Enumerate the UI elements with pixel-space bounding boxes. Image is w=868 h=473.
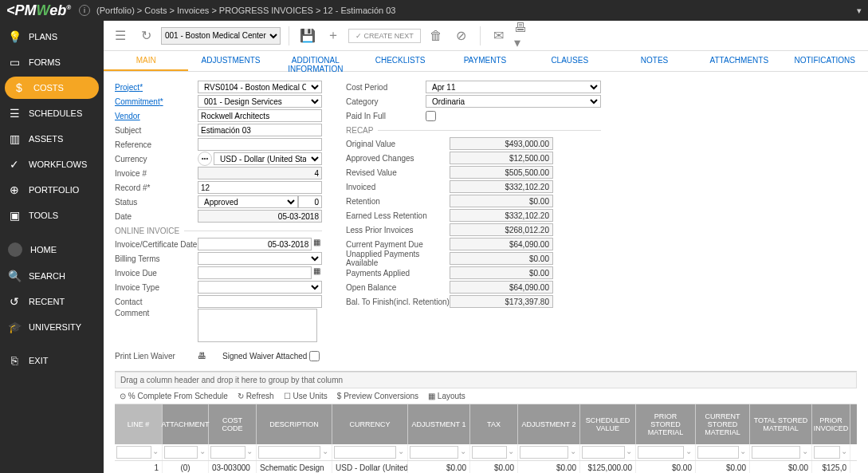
- info-icon[interactable]: i: [79, 5, 90, 16]
- filter-input[interactable]: [582, 446, 625, 459]
- filter-input[interactable]: [210, 446, 245, 459]
- tab-adjustments[interactable]: ADJUSTMENTS: [188, 51, 273, 71]
- col-prior-invoiced[interactable]: PRIOR INVOICED: [812, 404, 850, 444]
- filter-input[interactable]: [116, 446, 151, 459]
- sidebar-item-assets[interactable]: ▥ASSETS: [0, 126, 104, 152]
- preview-button[interactable]: $ Preview Conversions: [337, 392, 418, 400]
- comment-field[interactable]: [198, 309, 317, 342]
- filter-input[interactable]: [814, 446, 840, 459]
- funnel-icon[interactable]: ⌄: [507, 447, 516, 458]
- sidebar-item-recent[interactable]: ↺RECENT: [0, 289, 104, 314]
- pct-complete-button[interactable]: ⊙ % Complete From Schedule: [120, 392, 228, 400]
- col-total-stored[interactable]: TOTAL STORED MATERIAL: [750, 404, 812, 444]
- tab-main[interactable]: MAIN: [104, 51, 188, 71]
- col-attachment[interactable]: ATTACHMENT: [163, 404, 209, 444]
- calendar-icon[interactable]: ▦: [312, 266, 322, 279]
- refresh-button[interactable]: ↻ Refresh: [238, 392, 274, 400]
- sidebar-item-workflows[interactable]: ✓WORKFLOWS: [0, 152, 104, 177]
- funnel-icon[interactable]: ⌄: [568, 447, 578, 458]
- col-adj1[interactable]: ADJUSTMENT 1: [408, 404, 470, 444]
- create-next-button[interactable]: ✓ CREATE NEXT: [348, 29, 421, 43]
- invoice-cert-date-field[interactable]: [198, 238, 312, 250]
- sidebar-item-plans[interactable]: 💡PLANS: [0, 24, 104, 49]
- category-field[interactable]: Ordinaria: [426, 95, 601, 108]
- filter-input[interactable]: [752, 446, 800, 459]
- cost-period-field[interactable]: Apr 11: [426, 81, 601, 93]
- funnel-icon[interactable]: ⌄: [800, 447, 810, 458]
- sidebar-item-university[interactable]: 🎓UNIVERSITY: [0, 314, 104, 340]
- col-prior-stored[interactable]: PRIOR STORED MATERIAL: [636, 404, 696, 444]
- mail-icon[interactable]: ✉: [489, 26, 509, 46]
- add-icon[interactable]: ＋: [323, 26, 344, 46]
- col-scheduled[interactable]: SCHEDULED VALUE: [580, 404, 636, 444]
- invoice-type-field[interactable]: [198, 281, 322, 294]
- col-line[interactable]: LINE #: [115, 404, 163, 444]
- billing-terms-field[interactable]: [198, 252, 322, 265]
- tab-checklists[interactable]: CHECKLISTS: [358, 51, 442, 71]
- funnel-icon[interactable]: ⌄: [684, 447, 693, 458]
- funnel-icon[interactable]: ⌄: [245, 447, 254, 458]
- tab-payments[interactable]: PAYMENTS: [442, 51, 527, 71]
- sidebar-item-exit[interactable]: ⎘EXIT: [0, 348, 104, 373]
- project-field[interactable]: RVS0104 - Boston Medical Center: [198, 81, 322, 93]
- delete-icon[interactable]: 🗑: [426, 26, 446, 46]
- status-field[interactable]: Approved: [198, 195, 298, 208]
- funnel-icon[interactable]: ⌄: [739, 447, 748, 458]
- vendor-field[interactable]: [198, 109, 322, 122]
- funnel-icon[interactable]: ⌄: [198, 447, 206, 458]
- dropdown-icon[interactable]: ▾: [857, 6, 862, 16]
- currency-more-icon[interactable]: •••: [198, 152, 212, 166]
- sidebar-item-portfolio[interactable]: ⊕PORTFOLIO: [0, 177, 104, 203]
- list-toggle-icon[interactable]: ☰: [110, 26, 131, 46]
- refresh-icon[interactable]: ↻: [136, 26, 156, 46]
- project-selector[interactable]: 001 - Boston Medical Center - Rocky: [161, 27, 281, 45]
- currency-field[interactable]: USD - Dollar (United States of America): [214, 152, 322, 165]
- funnel-icon[interactable]: ⌄: [151, 447, 160, 458]
- layouts-button[interactable]: ▦ Layouts: [428, 392, 465, 400]
- label-project[interactable]: Project: [115, 83, 198, 92]
- contact-field[interactable]: [198, 295, 322, 308]
- funnel-icon[interactable]: ⌄: [458, 447, 468, 458]
- sidebar-item-costs[interactable]: $COSTS: [5, 77, 99, 99]
- save-icon[interactable]: 💾: [297, 26, 318, 46]
- sidebar-item-search[interactable]: 🔍SEARCH: [0, 263, 104, 289]
- tab-notifications[interactable]: NOTIFICATIONS: [782, 51, 868, 71]
- funnel-icon[interactable]: ⌄: [625, 447, 634, 458]
- paid-in-full-checkbox[interactable]: [426, 111, 436, 121]
- col-currency[interactable]: CURRENCY: [332, 404, 408, 444]
- funnel-icon[interactable]: ⌄: [840, 447, 848, 458]
- tab-clauses[interactable]: CLAUSES: [528, 51, 612, 71]
- table-row[interactable]: 1 (0) 03-003000 Schematic Design USD - D…: [115, 461, 857, 473]
- filter-input[interactable]: [697, 446, 739, 459]
- filter-input[interactable]: [334, 446, 396, 459]
- filter-input[interactable]: [410, 446, 458, 459]
- sidebar-item-home[interactable]: HOME: [0, 236, 104, 263]
- reference-field[interactable]: [198, 138, 322, 151]
- col-description[interactable]: DESCRIPTION: [257, 404, 332, 444]
- subject-field[interactable]: [198, 124, 322, 136]
- label-vendor[interactable]: Vendor: [115, 112, 198, 120]
- tab-additional-info[interactable]: ADDITIONAL INFORMATION: [273, 51, 358, 71]
- funnel-icon[interactable]: ⌄: [320, 447, 330, 458]
- filter-input[interactable]: [472, 446, 507, 459]
- col-cost-code[interactable]: COST CODE: [209, 404, 257, 444]
- breadcrumb[interactable]: (Portfolio) > Costs > Invoices > PROGRES…: [96, 6, 395, 15]
- label-commitment[interactable]: Commitment: [115, 97, 198, 106]
- printer-icon[interactable]: 🖶: [198, 351, 206, 361]
- filter-input[interactable]: [164, 446, 198, 459]
- tab-attachments[interactable]: ATTACHMENTS: [697, 51, 781, 71]
- commitment-field[interactable]: 001 - Design Services: [198, 95, 322, 108]
- sidebar-item-forms[interactable]: ▭FORMS: [0, 49, 104, 75]
- record-no-field[interactable]: [198, 181, 322, 194]
- use-units-checkbox[interactable]: ☐ Use Units: [284, 392, 328, 400]
- col-adj2[interactable]: ADJUSTMENT 2: [518, 404, 580, 444]
- filter-input[interactable]: [520, 446, 568, 459]
- tab-notes[interactable]: NOTES: [612, 51, 697, 71]
- col-tax[interactable]: TAX: [470, 404, 518, 444]
- calendar-icon[interactable]: ▦: [312, 238, 322, 250]
- print-icon[interactable]: 🖶 ▾: [514, 26, 535, 46]
- sidebar-item-schedules[interactable]: ☰SCHEDULES: [0, 101, 104, 126]
- filter-input[interactable]: [258, 446, 320, 459]
- signed-waiver-checkbox[interactable]: [309, 351, 320, 361]
- block-icon[interactable]: ⊘: [451, 26, 472, 46]
